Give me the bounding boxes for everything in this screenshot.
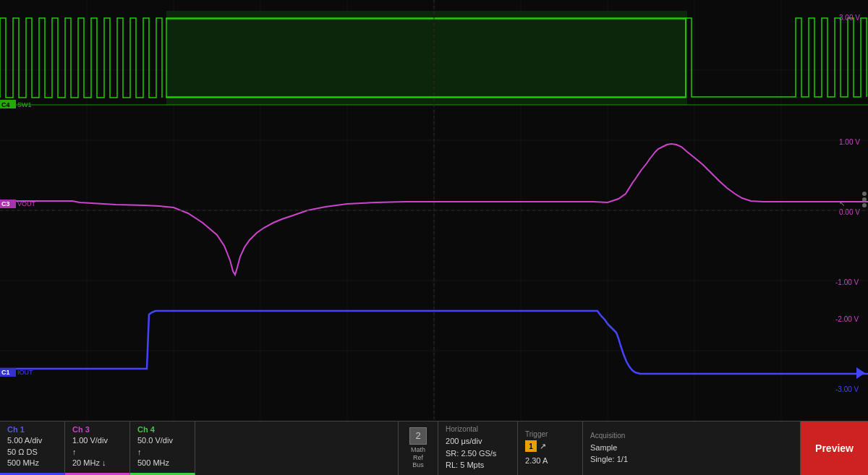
svg-text:-1.00 V: -1.00 V: [835, 278, 859, 286]
svg-text:0.00 V: 0.00 V: [839, 208, 860, 216]
waveform-display: C4 SW1 3.00 V 1.00 V 0.00 V -1.00 V -2.0…: [0, 0, 868, 421]
math-ref-bus-label: MathRefBus: [411, 446, 425, 469]
trigger-info: Trigger 1 ↗ 2.30 A: [518, 421, 583, 475]
channel-3-info: Ch 3 1.00 V/div ↑ 20 MHz ↓: [65, 421, 130, 475]
trigger-title: Trigger: [525, 430, 575, 438]
svg-point-46: [862, 203, 867, 207]
ch4-scale: 50.0 V/div: [137, 435, 187, 446]
svg-rect-23: [166, 18, 686, 19]
channel-4-info: Ch 4 50.0 V/div ↑ 500 MHz: [130, 421, 195, 475]
channel-1-info: Ch 1 5.00 A/div 50 Ω DS 500 MHz: [0, 421, 65, 475]
trigger-slope: ↗: [540, 440, 546, 453]
svg-text:-2.00 V: -2.00 V: [835, 315, 859, 323]
ch4-bandwidth: 500 MHz: [137, 458, 187, 468]
svg-text:C1: C1: [1, 369, 10, 376]
preview-button[interactable]: Preview: [801, 421, 868, 475]
status-bar: Ch 1 5.00 A/div 50 Ω DS 500 MHz Ch 3 1.0…: [0, 421, 868, 475]
trigger-level: 2.30 A: [525, 455, 575, 467]
horizontal-sample-rate: SR: 2.50 GS/s: [446, 448, 510, 460]
svg-text:3.00 V: 3.00 V: [839, 14, 860, 22]
ch4-label: Ch 4: [137, 425, 187, 434]
horizontal-title: Horizontal: [446, 425, 510, 433]
trigger-channel-row: 1 ↗: [525, 440, 575, 453]
ch3-coupling: ↑: [72, 447, 122, 458]
svg-text:C3: C3: [1, 200, 10, 207]
svg-point-45: [862, 197, 867, 202]
acquisition-mode: Sample: [590, 442, 793, 454]
svg-text:-3.00 V: -3.00 V: [835, 385, 859, 393]
ch3-scale: 1.00 V/div: [72, 435, 122, 446]
ch1-scale: 5.00 A/div: [7, 435, 57, 446]
svg-text:IOUT: IOUT: [17, 369, 33, 376]
trigger-channel-badge: 1: [525, 440, 537, 452]
oscilloscope: C4 SW1 3.00 V 1.00 V 0.00 V -1.00 V -2.0…: [0, 0, 868, 475]
acquisition-count: Single: 1/1: [590, 453, 793, 466]
horizontal-time-div: 200 μs/div: [446, 435, 510, 448]
acquisition-info: Acquisition Sample Single: 1/1: [583, 421, 801, 475]
ch3-bandwidth: 20 MHz ↓: [72, 458, 122, 468]
ch1-bandwidth: 500 MHz: [7, 458, 57, 468]
svg-text:SW1: SW1: [17, 101, 32, 108]
ch4-coupling: ↑: [137, 447, 187, 458]
svg-rect-22: [166, 11, 687, 105]
ch1-label: Ch 1: [7, 425, 57, 434]
svg-text:↖: ↖: [839, 200, 845, 207]
math-ref-bus-container[interactable]: 2 MathRefBus: [399, 421, 438, 475]
svg-text:C4: C4: [1, 101, 10, 108]
display-area[interactable]: C4 SW1 3.00 V 1.00 V 0.00 V -1.00 V -2.0…: [0, 0, 868, 421]
svg-point-44: [862, 192, 867, 196]
ch1-coupling: 50 Ω DS: [7, 447, 57, 458]
horizontal-info: Horizontal 200 μs/div SR: 2.50 GS/s RL: …: [438, 421, 518, 475]
horizontal-record-length: RL: 5 Mpts: [446, 459, 510, 471]
svg-text:VOUT: VOUT: [17, 200, 36, 207]
math-ref-bus-number[interactable]: 2: [409, 427, 427, 445]
acquisition-title: Acquisition: [590, 432, 793, 440]
svg-text:1.00 V: 1.00 V: [839, 138, 860, 146]
ch3-label: Ch 3: [72, 425, 122, 434]
svg-rect-24: [166, 97, 686, 98]
